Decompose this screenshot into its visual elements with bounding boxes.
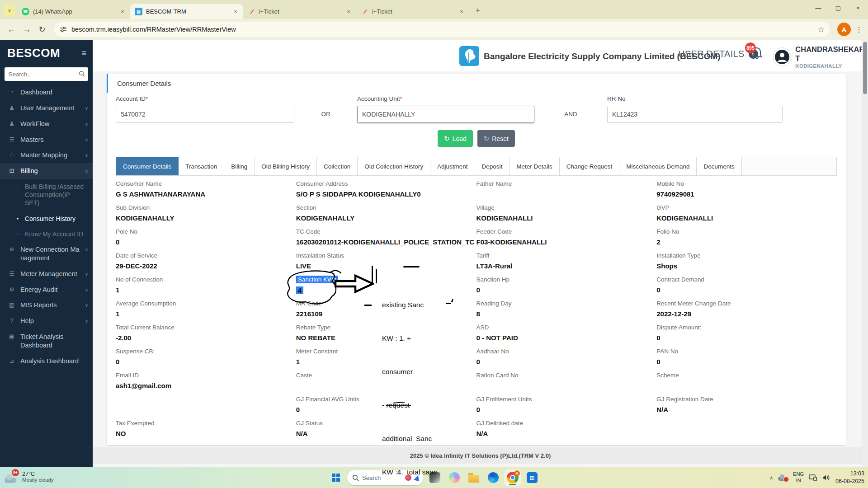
taskbar-app-store[interactable]: ⊞ (524, 469, 540, 486)
consumer-fields-grid: Consumer Name G S ASHWATHANARAYANA Consu… (107, 176, 846, 443)
sidebar-item[interactable]: ☰ Masters ∨ (0, 132, 93, 148)
rr-no-input[interactable] (607, 106, 783, 123)
start-button[interactable] (328, 469, 344, 486)
new-tab-button[interactable]: + (472, 5, 484, 16)
field-cell: Sanction KWh 4 (296, 275, 476, 299)
sidebar-item[interactable]: ⚙ Energy Audit ∨ (0, 282, 93, 298)
sidebar-item[interactable]: ? Help ∨ (0, 313, 93, 329)
sidebar-item[interactable]: ○ Know My Account ID (0, 226, 93, 242)
network-icon[interactable] (809, 474, 817, 481)
taskbar-search[interactable]: Search (347, 470, 424, 485)
tab-search-button[interactable]: ∨ (4, 5, 15, 16)
browser-tab[interactable]: BESCOM-TRM × (130, 4, 243, 19)
field-cell: PAN No 0 (656, 347, 837, 371)
reload-button[interactable]: ↻ (34, 22, 50, 37)
detail-tab[interactable]: Old Billing History (255, 157, 317, 175)
tab-close-icon[interactable]: × (344, 7, 353, 15)
weather-widget[interactable]: 9+ 27°C Mostly cloudy (5, 469, 54, 484)
sidebar-item[interactable]: ♟ User Management ∨ (0, 100, 93, 116)
browser-menu-icon[interactable]: ⋮ (854, 25, 864, 34)
sidebar-item[interactable]: ∴ Master Mapping ∨ (0, 147, 93, 163)
field-value: 9740929081 (656, 190, 694, 198)
clock-widget[interactable]: 13:03 06-08-2025 (835, 470, 864, 485)
taskbar: 9+ 27°C Mostly cloudy Search (0, 467, 868, 488)
field-cell: Date of Service 29-DEC-2022 (116, 251, 296, 275)
field-cell: GJ Delinked date N/A (476, 419, 657, 443)
account-id-input[interactable] (116, 106, 294, 123)
sidebar-item[interactable]: ⊿ Analysis Dashboard (0, 353, 93, 369)
sidebar-item[interactable]: ▥ MIS Reports ∨ (0, 297, 93, 313)
tray-chevron-icon[interactable]: ∧ (769, 475, 773, 481)
tab-close-icon[interactable]: × (231, 7, 240, 15)
detail-tab[interactable]: Consumer Details (116, 157, 179, 175)
browser-tab[interactable]: i~Ticket × (356, 4, 469, 19)
detail-tab[interactable]: Adjustment (430, 157, 475, 175)
detail-tab[interactable]: Deposit (475, 157, 510, 175)
language-indicator[interactable]: ENG IN (793, 471, 804, 484)
detail-tab[interactable]: Miscellaneous Demand (619, 157, 697, 175)
field-label: Email ID (116, 372, 139, 379)
detail-tab[interactable]: Change Request (560, 157, 619, 175)
taskbar-app-copilot[interactable] (446, 469, 462, 486)
reset-button[interactable]: ↻ Reset (477, 130, 515, 147)
field-label: Tax Exempted (116, 420, 155, 427)
sidebar-item[interactable]: ● Consumer History (0, 211, 93, 226)
sidebar-item[interactable]: ◔ Dashboard (0, 84, 93, 100)
chevron-icon: ∨ (85, 271, 88, 277)
accounting-unit-input[interactable] (357, 106, 534, 123)
sidebar-item[interactable]: ⊕ New Connection Management ∨ (0, 242, 93, 266)
bescom-logo: ಬೆವಿಕಂ (459, 46, 479, 66)
sidebar-item[interactable]: ⊡ Billing ∧ (0, 163, 93, 179)
back-button[interactable]: ← (4, 22, 19, 37)
detail-tab[interactable]: Billing (224, 157, 255, 175)
sidebar-item-label: Dashboard (20, 88, 84, 97)
sidebar-item[interactable]: ♟ WorkFlow ∨ (0, 116, 93, 132)
taskbar-app-edge[interactable] (485, 469, 501, 486)
sidebar-item[interactable]: ○ Bulk Billing /Assesed Consumption(IP S… (0, 179, 93, 211)
notifications-button[interactable]: 895 (750, 46, 763, 61)
detail-tab[interactable]: Transaction (179, 157, 224, 175)
tab-close-icon[interactable]: × (118, 7, 127, 15)
user-profile-chip[interactable]: CHANDRASHEKAR T KODIGENAHALLY (773, 45, 868, 69)
detail-tab[interactable]: Old Collection History (358, 157, 430, 175)
scrollbar[interactable] (862, 40, 868, 467)
forward-button[interactable]: → (19, 22, 34, 37)
bookmark-star-icon[interactable]: ☆ (818, 25, 825, 34)
detail-tab[interactable]: Documents (697, 157, 741, 175)
taskbar-app-chrome[interactable]: A (505, 469, 521, 486)
sidebar-item[interactable]: ☰ Meter Management ∨ (0, 266, 93, 282)
sidebar-item-label: Analysis Dashboard (20, 357, 84, 366)
detail-tab[interactable]: Collection (317, 157, 358, 175)
browser-tab[interactable]: i~Ticket × (243, 4, 356, 19)
minimize-button[interactable]: — (808, 0, 828, 15)
sidebar-item[interactable]: ▣ Ticket Analysis Dashboard (0, 329, 93, 353)
browser-profile-avatar[interactable]: A (837, 23, 851, 36)
taskbar-center: Search A ⊞ (328, 467, 540, 488)
mis-reports-icon: ▥ (7, 301, 16, 309)
sidebar-search-input[interactable] (5, 67, 88, 81)
sidebar-toggle-icon[interactable]: ≡ (81, 48, 86, 58)
field-value: 29-DEC-2022 (116, 262, 157, 270)
dot-bullet-icon: ● (14, 216, 21, 221)
address-bar[interactable]: bescom.trm.ieasybill.com/RRMasterView/RR… (54, 22, 830, 37)
consumer-details-card: Consumer Details Account ID* OR Accounti… (107, 74, 846, 445)
volume-icon[interactable] (822, 474, 830, 481)
tab-title: (14) WhatsApp (33, 8, 115, 15)
scrollbar-thumb[interactable] (863, 42, 867, 94)
field-cell: GJ Financial AVG Units 0 (296, 395, 476, 419)
field-cell: MR Code 2216109 (296, 299, 476, 323)
load-button[interactable]: ↻ Load (438, 130, 473, 147)
field-cell: Sanction Hp 0 (476, 275, 657, 299)
detail-tab[interactable]: Meter Details (509, 157, 560, 175)
browser-tab[interactable]: (14) WhatsApp × (17, 4, 130, 19)
close-button[interactable]: × (848, 0, 868, 15)
url-text[interactable]: bescom.trm.ieasybill.com/RRMasterView/RR… (71, 26, 813, 33)
field-value: 0 (476, 286, 480, 294)
taskbar-app-file-explorer[interactable] (466, 469, 482, 486)
site-settings-icon[interactable] (60, 26, 67, 33)
maximize-button[interactable]: ▢ (828, 0, 848, 15)
sidebar-nav: ◔ Dashboard ♟ User Management ∨ ♟ WorkFl… (0, 84, 93, 369)
taskbar-app-photos[interactable] (427, 469, 443, 486)
tab-close-icon[interactable]: × (458, 7, 466, 15)
onedrive-icon[interactable] (778, 474, 788, 481)
